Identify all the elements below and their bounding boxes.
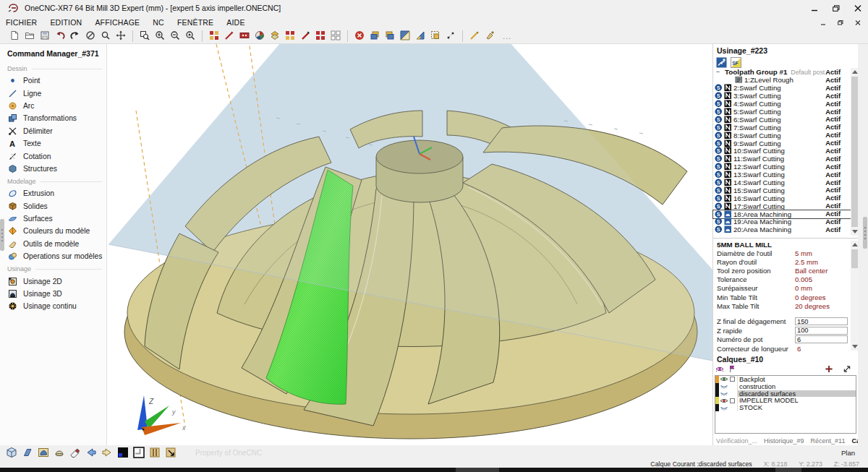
panel-tab-r-cent-11[interactable]: Récent_#11 xyxy=(811,437,846,445)
select-dashed-button[interactable] xyxy=(429,30,442,43)
snap-dots-button[interactable] xyxy=(444,30,457,43)
sheet-view-button[interactable] xyxy=(21,447,34,460)
sidebar-item-usinage-2d[interactable]: Usinage 2D xyxy=(0,275,106,287)
zoom-out-button[interactable] xyxy=(169,30,182,43)
arrow-into-button[interactable] xyxy=(164,447,177,460)
close-button[interactable] xyxy=(852,3,864,13)
square-black-button[interactable] xyxy=(116,447,129,460)
layer-eye-icon[interactable] xyxy=(720,398,729,404)
toolpath-operation-row[interactable]: S17:Swarf CuttingActif xyxy=(713,202,851,210)
menu-nc[interactable]: NC xyxy=(153,18,164,27)
sidebar-item-usinage-3d[interactable]: Usinage 3D xyxy=(0,288,106,300)
layer-color-chip[interactable] xyxy=(715,404,719,411)
toolpath-view-button[interactable] xyxy=(716,57,728,69)
grid-red-2-button[interactable] xyxy=(284,30,297,43)
toolpath-operation-row[interactable]: S20:Area MachiningActif xyxy=(713,226,851,233)
cell-red-button[interactable] xyxy=(238,30,251,43)
sidebar-item-point[interactable]: Point xyxy=(0,74,106,87)
color-wheel-button[interactable] xyxy=(253,30,266,43)
redo-button[interactable] xyxy=(69,30,82,43)
layer-eye-icon[interactable] xyxy=(720,376,729,382)
toolpath-operation-row[interactable]: S13:Swarf CuttingActif xyxy=(713,171,851,179)
menu-fichier[interactable]: FICHIER xyxy=(6,18,37,27)
copy-layer-1-button[interactable] xyxy=(368,30,381,43)
pen-red-2-button[interactable] xyxy=(299,30,312,43)
layer-row[interactable]: IMPELLER MODEL xyxy=(715,397,856,404)
dome-view-button[interactable] xyxy=(53,447,66,460)
triangle-small-button[interactable] xyxy=(414,30,427,43)
menu-fen-tre[interactable]: FENÊTRE xyxy=(177,18,213,27)
mdi-close-button[interactable] xyxy=(852,17,864,27)
layer-eye-icon[interactable] xyxy=(720,383,729,390)
toolpath-operation-row[interactable]: S3:Swarf CuttingActif xyxy=(713,92,851,100)
pan-button[interactable] xyxy=(114,30,127,43)
layer-eye-icon[interactable] xyxy=(720,390,729,397)
toolbar-overflow[interactable]: ... xyxy=(503,32,511,40)
mdi-minimize-button[interactable] xyxy=(817,17,829,27)
menu-edition[interactable]: EDITION xyxy=(50,18,82,27)
sidebar-item-surfaces[interactable]: Surfaces xyxy=(0,213,106,225)
panel-striped-button[interactable] xyxy=(148,447,161,460)
sidebar-item-d-limiter[interactable]: Délimiter xyxy=(0,125,106,137)
toolpath-operation-row[interactable]: S11:Swarf CuttingActif xyxy=(713,155,851,163)
toolpath-operation-row[interactable]: S8:Swarf CuttingActif xyxy=(713,132,851,140)
add-layer-button[interactable] xyxy=(825,365,835,374)
save-button[interactable] xyxy=(38,30,51,43)
3d-viewport[interactable]: Z y x xyxy=(107,44,712,445)
layer-eye-icon[interactable] xyxy=(720,405,729,411)
surface-check-button[interactable]: SF xyxy=(731,57,742,69)
layer-row[interactable]: STOCK xyxy=(715,404,856,411)
sidebar-item-ligne[interactable]: Ligne xyxy=(0,87,106,99)
toolpath-operation-row[interactable]: S7:Swarf CuttingActif xyxy=(713,124,851,132)
grid-red-yellow-button[interactable] xyxy=(208,30,221,43)
pen-red-button[interactable] xyxy=(223,30,236,43)
shaded-view-button[interactable] xyxy=(37,447,50,460)
collapse-group-icon[interactable]: − xyxy=(715,69,721,75)
brush-tan-button[interactable] xyxy=(483,30,496,43)
layer-color-chip[interactable] xyxy=(715,376,719,383)
open-folder-button[interactable] xyxy=(23,30,36,43)
toolpath-operation-row[interactable]: S6:Swarf CuttingActif xyxy=(713,116,851,124)
copy-layer-2-button[interactable] xyxy=(383,30,396,43)
panel-tab-v-rification-[interactable]: Vérification_... xyxy=(716,437,757,445)
toolpath-operation-row[interactable]: S15:Swarf CuttingActif xyxy=(713,186,851,194)
sidebar-item-extrusion[interactable]: Extrusion xyxy=(0,187,106,199)
minimize-button[interactable] xyxy=(809,3,820,13)
sidebar-item-arc[interactable]: Arc xyxy=(0,100,106,112)
restore-button[interactable] xyxy=(830,3,842,13)
param-input[interactable] xyxy=(795,327,848,335)
arrow-right-button[interactable] xyxy=(101,447,114,460)
layer-visibility-icon[interactable] xyxy=(715,365,726,374)
layer-color-chip[interactable] xyxy=(715,390,719,398)
menu-aide[interactable]: AIDE xyxy=(226,18,244,27)
sidebar-item-structures[interactable]: Structures xyxy=(0,163,106,175)
new-file-button[interactable] xyxy=(8,30,21,43)
layer-row[interactable]: discarded surfaces xyxy=(715,390,856,398)
arrow-left-button[interactable] xyxy=(85,447,98,460)
layer-row[interactable]: Backplot xyxy=(715,376,856,383)
square-white-button[interactable] xyxy=(132,447,145,460)
eraser-button[interactable] xyxy=(69,447,82,460)
toolpath-operation-row[interactable]: S5:Swarf CuttingActif xyxy=(713,108,851,116)
sidebar-item-usinage-continu[interactable]: Usinage continu xyxy=(0,300,106,312)
panel-tab-historique-9[interactable]: Historique_#9 xyxy=(764,437,804,445)
layers-diamond-button[interactable] xyxy=(268,30,281,43)
right-panel-collapse-handle[interactable] xyxy=(863,217,867,249)
toolpath-operation-row[interactable]: S10:Swarf CuttingActif xyxy=(713,147,851,155)
param-input[interactable] xyxy=(795,317,848,325)
sidebar-item-operations-sur-mod-les[interactable]: Operations sur modèles xyxy=(0,250,106,262)
layer-checkbox[interactable] xyxy=(730,377,735,382)
sidebar-item-solides[interactable]: Solides xyxy=(0,200,106,213)
sidebar-item-couleurs-du-mod-le[interactable]: Couleurs du modèle xyxy=(0,225,106,237)
mdi-restore-button[interactable] xyxy=(835,17,846,27)
grid-red-3-button[interactable] xyxy=(314,30,327,43)
toolpath-operation-row[interactable]: S18:Area MachiningActif xyxy=(713,210,851,218)
grid-white-button[interactable] xyxy=(329,30,342,43)
layer-flag-icon[interactable] xyxy=(728,365,738,374)
toolpath-operation-row[interactable]: S19:Area MachiningActif xyxy=(713,218,851,226)
toolpath-operation-row[interactable]: 1:ZLevel RoughActif xyxy=(713,77,851,85)
triangle-split-button[interactable] xyxy=(399,30,412,43)
sidebar-item-outils-de-mod-le[interactable]: Outils de modèle xyxy=(0,238,106,250)
zoom-window-button[interactable] xyxy=(138,30,151,43)
search-button[interactable] xyxy=(99,30,112,43)
